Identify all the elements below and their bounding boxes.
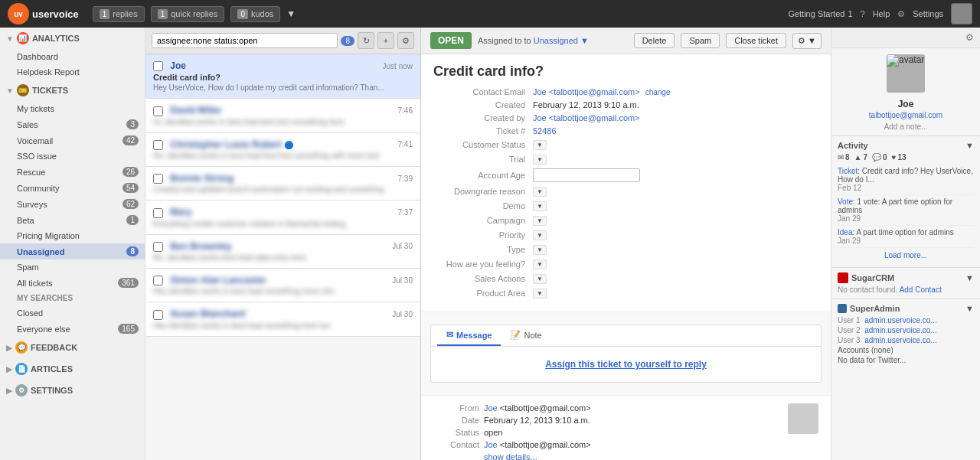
sidebar-item-closed[interactable]: Closed <box>0 305 145 321</box>
ticket-checkbox[interactable] <box>153 276 163 285</box>
ticket-checkbox[interactable] <box>153 242 163 252</box>
ticket-checkbox[interactable] <box>153 208 163 218</box>
type-value: ▼ <box>533 244 818 255</box>
sidebar-item-spam[interactable]: Spam <box>0 259 145 275</box>
sidebar-item-all-tickets[interactable]: All tickets 361 <box>0 275 145 291</box>
sugarcrm-collapse-icon: ▼ <box>965 273 974 282</box>
superadmin-user3-link[interactable]: admin.uservoice.co... <box>864 336 937 344</box>
message-body: From Joe <talbottjoe@gmail.com> Date Feb… <box>433 403 818 460</box>
assign-ticket-link[interactable]: Assign this ticket to yourself to reply <box>545 359 707 370</box>
created-by-link[interactable]: Joe <talbottjoe@gmail.com> <box>533 113 640 122</box>
contact-user-link[interactable]: Joe <box>484 440 498 449</box>
from-user-link[interactable]: Joe <box>484 403 498 413</box>
sidebar-item-surveys[interactable]: Surveys 62 <box>0 196 145 212</box>
right-panel-settings-button[interactable]: ⚙ <box>965 32 974 43</box>
sidebar-section-articles[interactable]: ▶ 📄 ARTICLES <box>0 358 145 380</box>
quick-replies-button[interactable]: 1 quick replies <box>151 6 225 22</box>
feeling-dropdown[interactable]: ▼ <box>533 259 547 269</box>
sidebar-item-sales[interactable]: Sales 3 <box>0 116 145 132</box>
sidebar-item-dashboard[interactable]: Dashboard <box>0 49 145 64</box>
ticket-num-link[interactable]: 52486 <box>533 126 557 135</box>
campaign-dropdown[interactable]: ▼ <box>533 216 547 226</box>
ticket-checkbox[interactable] <box>153 106 163 116</box>
sidebar-item-voicemail[interactable]: Voicemail 42 <box>0 132 145 148</box>
ticket-item[interactable]: David Miller 7:46 Hi, identities works i… <box>145 99 420 132</box>
assigned-to-value[interactable]: Unassigned ▼ <box>534 36 589 45</box>
sidebar-section-analytics[interactable]: ▼ 📊 ANALYTICS <box>0 28 145 49</box>
downgrade-reason-dropdown[interactable]: ▼ <box>533 187 547 197</box>
superadmin-title[interactable]: SuperAdmin ▼ <box>838 304 974 313</box>
add-note-link[interactable]: Add a note... <box>831 122 980 135</box>
activity-idea-link[interactable]: Idea <box>838 228 852 237</box>
priority-dropdown[interactable]: ▼ <box>533 230 547 240</box>
sidebar-item-beta[interactable]: Beta 1 <box>0 212 145 228</box>
search-settings-button[interactable]: ⚙ <box>397 32 414 49</box>
sidebar-item-pricing-migration[interactable]: Pricing Migration <box>0 228 145 243</box>
refresh-button[interactable]: ↻ <box>358 32 374 49</box>
ticket-preview: Everything mobile customer solution in B… <box>153 220 413 228</box>
nav-dropdown-icon[interactable]: ▼ <box>286 8 296 19</box>
sidebar-item-everyone-else[interactable]: Everyone else 165 <box>0 321 145 337</box>
settings-link[interactable]: Settings <box>913 9 943 18</box>
superadmin-user1-link[interactable]: admin.uservoice.co... <box>864 316 937 325</box>
add-contact-link[interactable]: Add Contact <box>900 285 942 294</box>
sugarcrm-title[interactable]: SugarCRM ▼ <box>838 272 974 283</box>
type-dropdown[interactable]: ▼ <box>533 245 547 255</box>
kudos-button[interactable]: 0 kudos <box>230 6 280 22</box>
rescue-badge: 26 <box>122 167 139 177</box>
sidebar-section-tickets[interactable]: ▼ 🎫 TICKETS <box>0 80 145 101</box>
user-avatar[interactable] <box>951 3 972 24</box>
trial-dropdown[interactable]: ▼ <box>533 155 547 165</box>
activity-ticket-link[interactable]: Ticket <box>838 167 858 175</box>
ticket-item[interactable]: Bonnie Strong 7:39 Created and updated s… <box>145 167 420 201</box>
ticket-checkbox[interactable] <box>153 310 163 320</box>
sidebar-item-unassigned[interactable]: Unassigned 8 <box>0 243 145 259</box>
ticket-item[interactable]: Joe Just now Credit card info? Hey UserV… <box>145 54 420 99</box>
ticket-checkbox[interactable] <box>153 174 163 184</box>
tab-note[interactable]: 📝 Note <box>501 325 550 346</box>
sidebar-item-community[interactable]: Community 54 <box>0 180 145 196</box>
demo-dropdown[interactable]: ▼ <box>533 201 547 211</box>
settings-label: SETTINGS <box>31 386 73 395</box>
ticket-item[interactable]: Christopher Louis Robert 🔵 7:41 Re: iden… <box>145 133 420 167</box>
ticket-num-value: 52486 <box>533 126 818 135</box>
right-user-email-link[interactable]: talbottjoe@gmail.com <box>831 111 980 122</box>
sidebar-item-rescue[interactable]: Rescue 26 <box>0 164 145 180</box>
search-input[interactable] <box>152 33 338 48</box>
sidebar-item-sso-issue[interactable]: SSO issue <box>0 148 145 164</box>
add-ticket-button[interactable]: + <box>377 32 394 49</box>
tab-message[interactable]: ✉ Message <box>437 325 501 346</box>
spam-button[interactable]: Spam <box>681 33 720 48</box>
ticket-item[interactable]: Ben Brownley Jul 30 Re: identities works… <box>145 235 420 269</box>
customer-status-dropdown[interactable]: ▼ <box>533 140 547 150</box>
sales-actions-dropdown[interactable]: ▼ <box>533 274 547 284</box>
sidebar-item-helpdesk-report[interactable]: Helpdesk Report <box>0 64 145 80</box>
ticket-item[interactable]: Simon Alan Lancaster Jul 30 Hey identiti… <box>145 269 420 302</box>
change-email-link[interactable]: change <box>645 88 671 96</box>
sidebar-section-feedback[interactable]: ▶ 💬 FEEDBACK <box>0 337 145 358</box>
sidebar-item-my-tickets[interactable]: My tickets <box>0 101 145 116</box>
ticket-item[interactable]: Mary 7:37 Everything mobile customer sol… <box>145 201 420 234</box>
close-ticket-button[interactable]: Close ticket <box>726 33 786 48</box>
load-more-link[interactable]: Load more... <box>838 248 974 263</box>
activity-section-title[interactable]: Activity ▼ <box>838 141 974 150</box>
replies-button[interactable]: 1 replies <box>93 6 145 22</box>
show-details-link[interactable]: show details... <box>484 452 537 460</box>
help-link[interactable]: Help <box>873 9 890 18</box>
delete-button[interactable]: Delete <box>634 33 675 48</box>
ticket-checkbox[interactable] <box>153 61 163 71</box>
created-row: Created February 12, 2013 9:10 a.m. <box>433 100 818 109</box>
account-age-input[interactable] <box>533 168 640 182</box>
contact-email-user-link[interactable]: Joe <talbottjoe@gmail.com> <box>533 87 640 96</box>
ticket-checkbox[interactable] <box>153 140 163 150</box>
sidebar-section-settings[interactable]: ▶ ⚙ SETTINGS <box>0 380 145 401</box>
ticket-time: 7:41 <box>398 140 413 148</box>
superadmin-user2-link[interactable]: admin.uservoice.co... <box>864 326 937 334</box>
activity-vote-link[interactable]: Vote <box>838 197 853 206</box>
product-area-dropdown[interactable]: ▼ <box>533 289 547 299</box>
ticket-preview: Hey UserVoice, How do I update my credit… <box>153 83 413 92</box>
ticket-gear-button[interactable]: ⚙ ▼ <box>792 33 822 49</box>
everyone-else-badge: 165 <box>118 324 139 334</box>
getting-started-link[interactable]: Getting Started 1 <box>788 9 852 18</box>
ticket-item[interactable]: Susan Blanchard Jul 30 Hey identities wo… <box>145 302 420 336</box>
